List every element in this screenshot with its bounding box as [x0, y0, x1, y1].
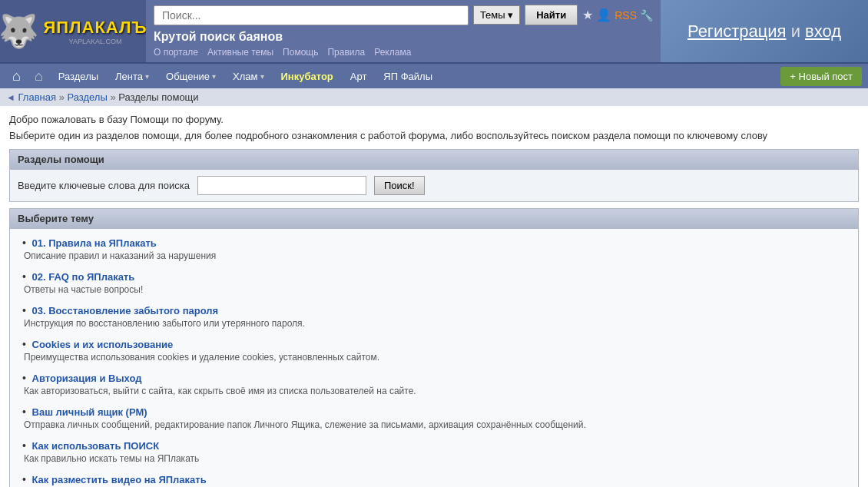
link-ads[interactable]: Реклама — [374, 47, 411, 58]
breadcrumb-current: Разделы помощи — [118, 91, 198, 103]
topics-panel-title: Выберите тему — [10, 209, 858, 229]
topic-item: • Как разместить видео на ЯПлакать Как в… — [22, 473, 846, 487]
help-panel-body: Введите ключевые слова для поиска Поиск! — [10, 170, 858, 201]
nav-art[interactable]: Арт — [343, 66, 375, 87]
main-content: Добро пожаловать в базу Помощи по форуму… — [0, 106, 868, 487]
bullet-icon: • — [22, 406, 26, 418]
nav-inkubator[interactable]: Инкубатор — [273, 66, 341, 87]
help-search-input[interactable] — [197, 176, 366, 195]
nav-razd[interactable]: Разделы — [51, 66, 106, 87]
topic-item: • 01. Правила на ЯПлакать Описание прави… — [22, 237, 846, 261]
search-dropdown-btn[interactable]: Темы ▾ — [473, 5, 520, 25]
search-title: Крутой поиск баянов — [154, 30, 653, 44]
nav-yp-files[interactable]: ЯП Файлы — [376, 66, 440, 87]
user-icon: 👤 — [596, 8, 611, 22]
nav-obsch[interactable]: Общение▾ — [158, 66, 224, 87]
header-links: О портале Активные темы Помощь Правила Р… — [154, 47, 653, 58]
topic-link[interactable]: Ваш личный ящик (РМ) — [32, 406, 147, 418]
breadcrumb-icon: ◄ — [6, 92, 15, 103]
topic-desc: Как правильно искать темы на ЯПлакать — [22, 453, 846, 464]
topic-desc: Ответы на частые вопросы! — [22, 284, 846, 295]
topic-desc: Инструкция по восстановлению забытого ил… — [22, 318, 846, 329]
link-about[interactable]: О портале — [154, 47, 198, 58]
bullet-icon: • — [22, 372, 26, 384]
topic-desc: Как авторизоваться, выйти с сайта, как с… — [22, 386, 846, 396]
nav-lenta[interactable]: Лента▾ — [108, 66, 157, 87]
rss-icon: RSS — [615, 9, 637, 22]
topics-list: • 01. Правила на ЯПлакать Описание прави… — [10, 229, 858, 487]
nav-khlam[interactable]: Хлам▾ — [225, 66, 271, 87]
breadcrumb-razd[interactable]: Разделы — [67, 91, 107, 103]
topic-link[interactable]: Как разместить видео на ЯПлакать — [32, 474, 207, 485]
topics-panel: Выберите тему • 01. Правила на ЯПлакать … — [9, 208, 859, 487]
topic-item: • Авторизация и Выход Как авторизоваться… — [22, 372, 846, 396]
login-link[interactable]: вход — [805, 22, 841, 41]
welcome-text: Добро пожаловать в базу Помощи по форуму… — [9, 114, 859, 125]
bullet-icon: • — [22, 473, 26, 485]
link-active[interactable]: Активные темы — [207, 47, 273, 58]
help-search-panel: Разделы помощи Введите ключевые слова дл… — [9, 149, 859, 202]
breadcrumb: ◄ Главная » Разделы » Разделы помощи — [0, 88, 868, 106]
topic-desc: Преимущества использования cookies и уда… — [22, 352, 846, 363]
breadcrumb-home[interactable]: Главная — [18, 91, 56, 103]
topic-link[interactable]: 03. Восстановление забытого пароля — [32, 305, 219, 316]
topic-desc: Отправка личных сообщений, редактировани… — [22, 419, 846, 430]
link-help[interactable]: Помощь — [283, 47, 318, 58]
topic-item: • Cookies и их использование Преимуществ… — [22, 338, 846, 363]
topic-item: • Ваш личный ящик (РМ) Отправка личных с… — [22, 406, 846, 430]
search-input[interactable] — [154, 5, 469, 25]
new-post-button[interactable]: + Новый пост — [780, 67, 862, 86]
bullet-icon: • — [22, 338, 26, 350]
registration-link[interactable]: Регистрация — [687, 22, 787, 41]
logo-title: ЯПЛАКАЛЪ — [43, 18, 147, 38]
logo-wolf-icon: 🐺 — [0, 12, 38, 50]
home-icon[interactable]: ⌂ — [6, 65, 27, 88]
navbar: ⌂ ⌂ Разделы Лента▾ Общение▾ Хлам▾ Инкуба… — [0, 62, 868, 88]
help-search-button[interactable]: Поиск! — [374, 176, 425, 195]
search-label: Введите ключевые слова для поиска — [18, 180, 190, 191]
bullet-icon: • — [22, 439, 26, 452]
topic-item: • 03. Восстановление забытого пароля Инс… — [22, 304, 846, 329]
description-text: Выберите один из разделов помощи, для бо… — [9, 130, 859, 141]
topic-link[interactable]: Авторизация и Выход — [32, 373, 142, 384]
topic-desc: Описание правил и наказаний за нарушения — [22, 250, 846, 261]
logo-subtitle: YAPLAKAL.COM — [43, 38, 147, 45]
reg-and-text: и — [787, 22, 806, 41]
topic-link[interactable]: Как использовать ПОИСК — [32, 440, 160, 452]
star-icon: ★ — [582, 8, 593, 22]
link-rules[interactable]: Правила — [327, 47, 365, 58]
bullet-icon: • — [22, 270, 26, 283]
bullet-icon: • — [22, 304, 26, 316]
topic-link[interactable]: Cookies и их использование — [32, 339, 174, 350]
home2-icon[interactable]: ⌂ — [28, 65, 49, 88]
search-button[interactable]: Найти — [525, 5, 578, 25]
help-panel-title: Разделы помощи — [10, 150, 858, 170]
tool-icon: 🔧 — [640, 9, 653, 22]
bullet-icon: • — [22, 237, 26, 249]
registration-area: Регистрация и вход — [661, 0, 868, 62]
topic-item: • Как использовать ПОИСК Как правильно и… — [22, 439, 846, 464]
topic-link[interactable]: 01. Правила на ЯПлакать — [32, 237, 157, 249]
header: 🐺 ЯПЛАКАЛЪ YAPLAKAL.COM Темы ▾ Найти ★ 👤… — [0, 0, 868, 62]
header-icons: ★ 👤 RSS 🔧 — [582, 8, 653, 22]
logo-area: 🐺 ЯПЛАКАЛЪ YAPLAKAL.COM — [0, 0, 146, 62]
topic-link[interactable]: 02. FAQ по ЯПлакать — [32, 271, 135, 283]
topic-item: • 02. FAQ по ЯПлакать Ответы на частые в… — [22, 270, 846, 295]
